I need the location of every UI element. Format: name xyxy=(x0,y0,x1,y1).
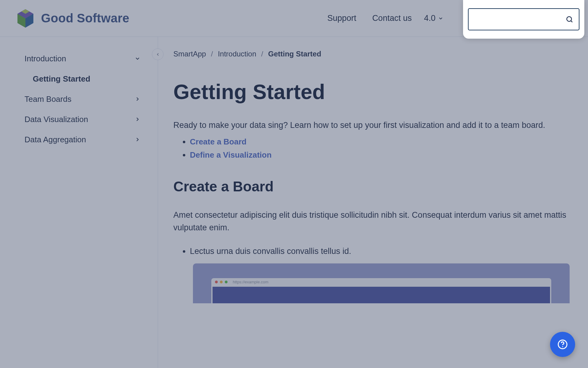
breadcrumb: SmartApp / Introduction / Getting Starte… xyxy=(173,50,567,58)
version-selector[interactable]: 4.0 xyxy=(424,13,443,23)
main-content: SmartApp / Introduction / Getting Starte… xyxy=(158,37,588,368)
sidebar-item-label: Introduction xyxy=(24,54,66,63)
logo-icon xyxy=(17,9,34,28)
breadcrumb-current: Getting Started xyxy=(268,50,321,58)
toc-link-define-visualization[interactable]: Define a Visualization xyxy=(190,150,272,159)
illustration-image: https://example.com xyxy=(193,263,570,303)
sidebar-item-label: Team Boards xyxy=(24,94,71,104)
sidebar-item-data-aggregation[interactable]: Data Aggregation xyxy=(0,129,158,150)
mock-url-text: https://example.com xyxy=(233,280,268,284)
header-nav: Support Contact us xyxy=(327,13,412,23)
chevron-right-icon xyxy=(134,136,141,143)
toc-item: Create a Board xyxy=(190,137,567,147)
nav-support[interactable]: Support xyxy=(327,13,356,23)
sidebar-item-label: Data Aggregation xyxy=(24,135,86,144)
section-list: Lectus urna duis convallis convallis tel… xyxy=(173,247,567,256)
page-title: Getting Started xyxy=(173,80,567,104)
chevron-right-icon xyxy=(134,116,141,122)
search-highlight xyxy=(463,0,584,39)
svg-point-5 xyxy=(567,17,572,21)
nav-contact[interactable]: Contact us xyxy=(372,13,412,23)
list-item: Lectus urna duis convallis convallis tel… xyxy=(190,247,567,256)
sidebar-collapse-button[interactable] xyxy=(152,48,164,60)
window-controls-icon xyxy=(215,281,228,283)
version-label: 4.0 xyxy=(424,13,435,23)
sidebar-item-data-visualization[interactable]: Data Visualization xyxy=(0,109,158,129)
help-icon xyxy=(557,339,568,350)
help-button[interactable] xyxy=(550,332,575,357)
chevron-left-icon xyxy=(156,52,160,57)
chevron-right-icon xyxy=(134,96,141,102)
intro-text: Ready to make your data sing? Learn how … xyxy=(173,119,567,132)
sidebar: Introduction Getting Started Team Boards… xyxy=(0,37,158,368)
chevron-down-icon xyxy=(438,16,443,21)
chevron-down-icon xyxy=(134,56,141,62)
svg-point-8 xyxy=(562,346,563,347)
search-input[interactable] xyxy=(474,15,566,24)
breadcrumb-item[interactable]: Introduction xyxy=(218,50,256,58)
section-body: Amet consectetur adipiscing elit duis tr… xyxy=(173,209,567,235)
sidebar-item-label: Data Visualization xyxy=(24,115,88,124)
sidebar-item-label: Getting Started xyxy=(33,74,90,84)
sidebar-item-getting-started[interactable]: Getting Started xyxy=(0,69,158,89)
page-toc: Create a Board Define a Visualization xyxy=(173,137,567,160)
search-box[interactable] xyxy=(468,8,579,30)
brand-name: Good Software xyxy=(41,11,129,25)
toc-link-create-board[interactable]: Create a Board xyxy=(190,137,247,146)
breadcrumb-separator: / xyxy=(261,50,263,58)
sidebar-item-introduction[interactable]: Introduction xyxy=(0,48,158,69)
toc-item: Define a Visualization xyxy=(190,150,567,160)
breadcrumb-item[interactable]: SmartApp xyxy=(173,50,206,58)
search-icon[interactable] xyxy=(566,14,573,24)
sidebar-item-team-boards[interactable]: Team Boards xyxy=(0,89,158,109)
section-heading: Create a Board xyxy=(173,178,567,195)
svg-line-6 xyxy=(571,21,572,22)
breadcrumb-separator: / xyxy=(211,50,213,58)
brand[interactable]: Good Software xyxy=(17,9,129,28)
